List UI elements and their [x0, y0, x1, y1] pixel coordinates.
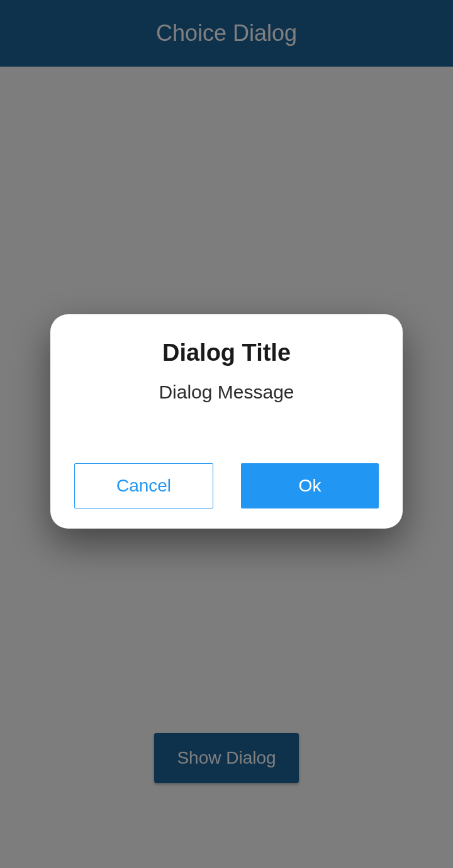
- dialog-title: Dialog Title: [162, 339, 291, 366]
- dialog-actions: Cancel Ok: [74, 463, 379, 508]
- dialog-message: Dialog Message: [159, 382, 294, 403]
- ok-button[interactable]: Ok: [241, 463, 379, 508]
- page-root: Choice Dialog Show Dialog Dialog Title D…: [0, 0, 453, 868]
- cancel-button[interactable]: Cancel: [74, 463, 213, 508]
- dialog-scrim[interactable]: Dialog Title Dialog Message Cancel Ok: [0, 0, 453, 868]
- choice-dialog: Dialog Title Dialog Message Cancel Ok: [50, 314, 403, 529]
